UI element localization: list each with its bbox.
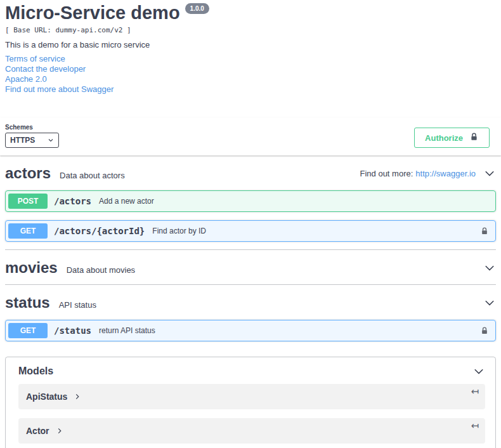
tag-header-status[interactable]: status API status — [5, 294, 496, 312]
method-badge-get: GET — [8, 323, 48, 338]
opblock-post-actors[interactable]: POST /actors Add a new actor — [5, 190, 496, 212]
model-actor[interactable]: Actor ↤ — [18, 418, 485, 444]
method-badge-get: GET — [8, 223, 48, 239]
model-name: ApiStatus — [26, 392, 67, 402]
terms-of-service-link[interactable]: Terms of service — [5, 54, 496, 64]
caret-down-icon — [48, 137, 54, 143]
schemes-group: Schemes HTTPS — [5, 124, 59, 148]
operation-summary: Find actor by ID — [152, 227, 206, 235]
models-section: Models ApiStatus ↤ Actor ↤ — [5, 357, 496, 448]
tag-title: status API status — [5, 294, 96, 312]
lock-icon[interactable] — [480, 326, 489, 335]
chevron-down-icon[interactable] — [483, 167, 496, 180]
tag-name-status: status — [5, 294, 50, 312]
tag-section-movies: movies Data about movies — [5, 250, 496, 285]
return-arrow-icon: ↤ — [471, 420, 479, 432]
info-links: Terms of service Contact the developer A… — [5, 54, 496, 95]
external-docs-prefix: Find out more: — [360, 169, 413, 178]
tag-header-right — [483, 261, 496, 274]
tag-header-actors[interactable]: actors Data about actors Find out more:h… — [5, 164, 496, 182]
model-name: Actor — [26, 426, 49, 436]
tag-section-actors: actors Data about actors Find out more:h… — [5, 155, 496, 250]
scheme-container: Schemes HTTPS Authorize — [0, 117, 501, 155]
license-link[interactable]: Apache 2.0 — [5, 74, 496, 84]
base-url: [ Base URL: dummy-api.com/v2 ] — [5, 26, 496, 34]
operation-path: /status — [54, 326, 91, 336]
operation-summary: Add a new actor — [99, 197, 154, 206]
operation-path: /actors — [54, 196, 91, 206]
api-description: This is a demo for a basic micro service — [5, 40, 496, 49]
chevron-down-icon[interactable] — [483, 261, 496, 274]
lock-icon — [469, 132, 479, 143]
tag-description-actors: Data about actors — [60, 171, 125, 180]
chevron-right-icon[interactable] — [56, 427, 63, 435]
tag-section-status: status API status GET /status return API… — [5, 285, 496, 346]
tag-name-actors: actors — [5, 164, 51, 182]
tag-header-right — [483, 296, 496, 309]
swagger-about-link[interactable]: Find out more about Swagger — [5, 84, 496, 95]
operation-path: /actors/{actorId} — [54, 226, 145, 236]
authorize-label: Authorize — [425, 133, 463, 143]
external-docs-link[interactable]: http://swagger.io — [415, 169, 476, 178]
authorize-button[interactable]: Authorize — [414, 128, 490, 148]
tag-description-movies: Data about movies — [67, 265, 135, 275]
method-badge-post: POST — [8, 194, 48, 209]
opblock-get-status[interactable]: GET /status return API status — [5, 320, 496, 341]
version-badge: 1.0.0 — [185, 3, 209, 14]
api-title-text: Micro-Service demo — [5, 3, 180, 23]
api-title: Micro-Service demo 1.0.0 — [5, 3, 496, 23]
tag-name-movies: movies — [5, 259, 58, 277]
chevron-down-icon[interactable] — [472, 365, 485, 378]
scheme-select[interactable]: HTTPS — [5, 133, 59, 148]
models-header[interactable]: Models — [6, 357, 495, 384]
model-apistatus[interactable]: ApiStatus ↤ — [18, 384, 485, 409]
chevron-down-icon[interactable] — [483, 296, 496, 309]
scheme-selected-value: HTTPS — [10, 136, 35, 145]
tag-header-right: Find out more:http://swagger.io — [360, 167, 497, 180]
tag-header-movies[interactable]: movies Data about movies — [5, 259, 496, 277]
return-arrow-icon: ↤ — [471, 386, 479, 397]
lock-icon[interactable] — [480, 227, 489, 235]
schemes-label: Schemes — [5, 124, 59, 131]
models-title: Models — [18, 366, 53, 377]
tag-title: actors Data about actors — [5, 164, 125, 182]
chevron-right-icon[interactable] — [74, 393, 81, 400]
contact-developer-link[interactable]: Contact the developer — [5, 64, 496, 74]
opblock-get-actor-by-id[interactable]: GET /actors/{actorId} Find actor by ID — [5, 220, 496, 242]
info-section: Micro-Service demo 1.0.0 [ Base URL: dum… — [0, 3, 501, 95]
operations-area: actors Data about actors Find out more:h… — [0, 155, 501, 448]
tag-title: movies Data about movies — [5, 259, 135, 277]
operation-summary: return API status — [99, 326, 155, 335]
tag-description-status: API status — [59, 300, 96, 310]
external-docs: Find out more:http://swagger.io — [360, 169, 476, 178]
